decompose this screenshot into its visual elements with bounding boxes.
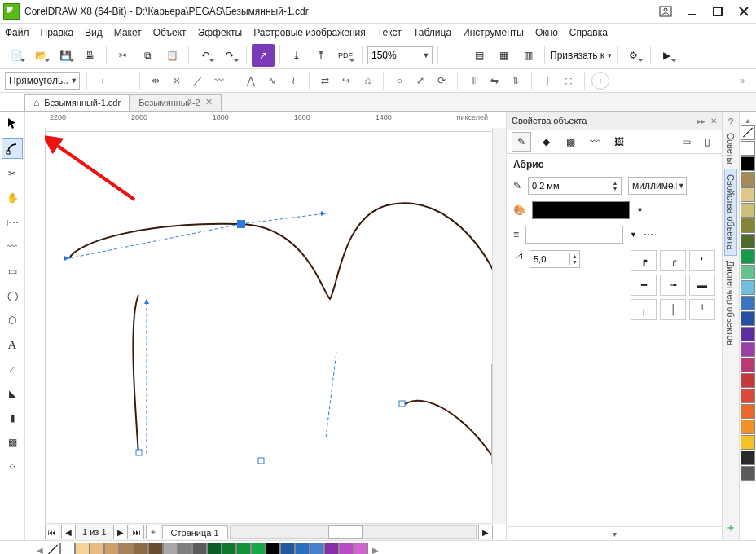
- menu-bitmaps[interactable]: Растровые изображения: [253, 27, 366, 38]
- rectangle-tool-icon[interactable]: ▭: [2, 262, 22, 281]
- color-swatch[interactable]: [207, 543, 222, 554]
- hreflect-icon[interactable]: ⇋: [486, 72, 503, 90]
- extend-curve-icon[interactable]: ↪: [337, 72, 355, 90]
- cap-square-icon[interactable]: ▬: [689, 275, 715, 296]
- color-swatch[interactable]: [90, 543, 104, 554]
- color-swatch[interactable]: [354, 543, 368, 554]
- minimize-button[interactable]: [684, 5, 699, 18]
- selection-mode-combo[interactable]: Прямоуголь...▼: [5, 72, 80, 90]
- cusp-node-icon[interactable]: ⋀: [242, 72, 260, 90]
- palette-up-icon[interactable]: ▲: [745, 117, 752, 125]
- document-tab-2[interactable]: Безымянный-2 ✕: [130, 94, 222, 111]
- to-curve-icon[interactable]: 〰: [210, 72, 228, 90]
- docker-hints[interactable]: Советы: [726, 133, 736, 164]
- cap-round-icon[interactable]: ╼: [660, 275, 686, 296]
- color-swatch[interactable]: [178, 543, 192, 554]
- break-node-icon[interactable]: ⤫: [168, 72, 186, 90]
- color-swatch[interactable]: [741, 373, 755, 388]
- color-swatch[interactable]: [148, 543, 163, 554]
- export-icon[interactable]: ⤒: [310, 44, 332, 67]
- scrollbar-thumb-horizontal[interactable]: [328, 525, 363, 539]
- menu-edit[interactable]: Правка: [41, 27, 74, 38]
- fill-tab-icon[interactable]: ◆: [536, 132, 556, 152]
- color-swatch[interactable]: [741, 187, 755, 202]
- freehand-tool-icon[interactable]: ı⋯: [2, 213, 22, 232]
- no-color-swatch[interactable]: [741, 125, 755, 140]
- menu-text[interactable]: Текст: [377, 27, 402, 38]
- color-swatch[interactable]: [741, 435, 755, 450]
- snap-to-dropdown[interactable]: Привязать к ▾: [550, 50, 612, 61]
- stretch-nodes-icon[interactable]: ⤢: [411, 72, 429, 90]
- close-curve-icon[interactable]: ○: [390, 72, 408, 90]
- corner-bevel-icon[interactable]: ⸢: [689, 250, 715, 271]
- ruler-origin[interactable]: [25, 112, 46, 129]
- menu-view[interactable]: Вид: [85, 27, 103, 38]
- line-style-combo[interactable]: [525, 226, 623, 244]
- color-swatch[interactable]: [163, 543, 178, 554]
- zoom-combo[interactable]: ▼: [367, 46, 433, 64]
- docker-object-manager[interactable]: Диспетчер объектов: [726, 261, 736, 345]
- add-page-button[interactable]: ＋: [146, 525, 160, 539]
- units-combo[interactable]: миллиме...▼: [628, 177, 687, 195]
- color-swatch[interactable]: [741, 327, 755, 341]
- color-swatch[interactable]: [60, 543, 75, 554]
- polygon-tool-icon[interactable]: ⬡: [2, 310, 22, 330]
- outline-color-picker[interactable]: [532, 201, 630, 219]
- transparency-tab-icon[interactable]: ▩: [560, 132, 580, 152]
- tab-mode-icon[interactable]: ▯: [697, 132, 717, 152]
- miter-limit-input[interactable]: ▲▼: [530, 250, 580, 268]
- reduce-nodes-icon[interactable]: ＋: [591, 72, 609, 90]
- reverse-icon[interactable]: ⇄: [316, 72, 334, 90]
- corner-miter-icon[interactable]: ┏: [631, 250, 657, 271]
- menu-effects[interactable]: Эффекты: [198, 27, 243, 38]
- pos-center-icon[interactable]: ┤: [660, 299, 686, 320]
- color-swatch[interactable]: [741, 249, 755, 264]
- outline-tab-icon[interactable]: ✎: [512, 132, 531, 152]
- eyedropper-tool-icon[interactable]: ⁘: [2, 457, 22, 477]
- color-swatch[interactable]: [741, 451, 755, 465]
- symmetric-node-icon[interactable]: ≀: [284, 72, 302, 90]
- scroll-right-button[interactable]: ▶: [478, 525, 493, 539]
- rotate-nodes-icon[interactable]: ⟳: [433, 72, 451, 90]
- outline-width-input[interactable]: ▲▼: [528, 177, 622, 195]
- publish-pdf-icon[interactable]: PDF: [334, 44, 357, 67]
- undo-icon[interactable]: ↶: [194, 44, 217, 67]
- pos-inside-icon[interactable]: ┘: [689, 299, 715, 320]
- new-doc-icon[interactable]: 📄: [5, 44, 28, 67]
- color-swatch[interactable]: [75, 543, 90, 554]
- align-nodes-icon[interactable]: ⫴: [464, 72, 482, 90]
- drawing-canvas[interactable]: [45, 128, 506, 524]
- elastic-mode-icon[interactable]: ∫: [538, 72, 556, 90]
- scroll-mode-icon[interactable]: ▭: [676, 132, 696, 152]
- open-icon[interactable]: 📂: [29, 44, 52, 67]
- launch-icon[interactable]: ▶: [656, 44, 679, 67]
- color-swatch[interactable]: [741, 404, 755, 419]
- menu-help[interactable]: Справка: [569, 27, 608, 38]
- color-swatch[interactable]: [741, 280, 755, 295]
- connector-tool-icon[interactable]: ◣: [2, 384, 22, 403]
- close-icon[interactable]: ✕: [205, 97, 213, 108]
- color-swatch[interactable]: [741, 141, 755, 156]
- guides-icon[interactable]: ▥: [516, 44, 539, 67]
- color-swatch[interactable]: [741, 156, 755, 171]
- menu-tools[interactable]: Инструменты: [463, 27, 524, 38]
- add-node-icon[interactable]: ＋: [94, 72, 112, 90]
- help-icon[interactable]: ?: [728, 117, 734, 128]
- color-swatch[interactable]: [192, 543, 207, 554]
- chevron-down-icon[interactable]: ▼: [630, 231, 637, 239]
- dropshadow-tool-icon[interactable]: ▮: [2, 408, 22, 428]
- menu-layout[interactable]: Макет: [114, 27, 142, 38]
- curve-tool-icon[interactable]: 〰: [2, 237, 22, 257]
- palette-left-icon[interactable]: ◀: [34, 546, 46, 555]
- maximize-button[interactable]: [710, 5, 725, 18]
- color-swatch[interactable]: [119, 543, 134, 554]
- zoom-tool-icon[interactable]: ✋: [2, 188, 22, 208]
- copy-icon[interactable]: ⧉: [136, 44, 159, 67]
- docker-object-properties[interactable]: Свойства объекта: [724, 169, 737, 255]
- account-icon[interactable]: [658, 5, 673, 18]
- color-swatch[interactable]: [310, 543, 324, 554]
- overflow-chevron-icon[interactable]: »: [733, 72, 751, 90]
- rulers-icon[interactable]: ▤: [468, 44, 490, 67]
- paste-icon[interactable]: 📋: [160, 44, 183, 67]
- color-swatch[interactable]: [741, 234, 755, 248]
